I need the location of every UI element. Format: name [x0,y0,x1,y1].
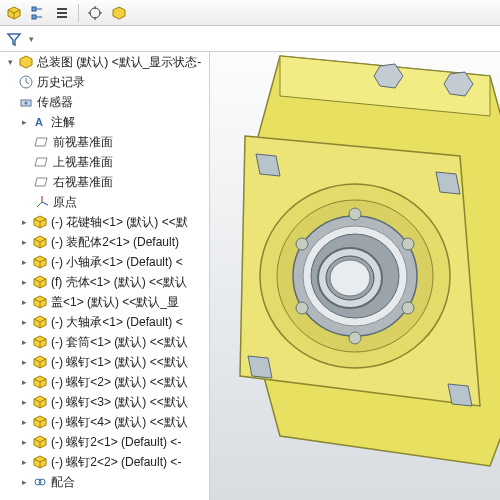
expand-icon[interactable]: ▸ [18,356,30,368]
plane-top-label: 上视基准面 [53,154,113,171]
svg-marker-48 [35,178,47,186]
annotations-node[interactable]: ▸ A 注解 [0,112,209,132]
svg-marker-2 [240,136,480,406]
part-icon [32,314,48,330]
part-icon [32,374,48,390]
part-label: (-) 螺钉2<1> (Default) <- [51,434,181,451]
feature-tree[interactable]: ▾ 总装图 (默认) <默认_显示状态- 历史记录 传感器 ▸ A 注解 前视基… [0,52,210,500]
config-icon[interactable] [109,3,129,23]
svg-marker-5 [248,356,272,378]
svg-marker-46 [35,138,47,146]
expand-icon[interactable]: ▸ [18,236,30,248]
part-node[interactable]: ▸盖<1> (默认) <<默认_显 [0,292,209,312]
part-icon [32,354,48,370]
part-node[interactable]: ▸(-) 花键轴<1> (默认) <<默 [0,212,209,232]
collapse-icon[interactable]: ▾ [4,56,16,68]
sensors-node[interactable]: 传感器 [0,92,209,112]
expand-icon[interactable]: ▸ [18,416,30,428]
part-node[interactable]: ▸(-) 螺钉<1> (默认) <<默认 [0,352,209,372]
part-icon [32,234,48,250]
expand-icon[interactable]: ▸ [18,456,30,468]
plane-front-label: 前视基准面 [53,134,113,151]
annotations-label: 注解 [51,114,75,131]
part-node[interactable]: ▸(-) 螺钉2<2> (Default) <- [0,452,209,472]
filter-dropdown[interactable]: ▾ [25,33,37,45]
plane-icon [34,154,50,170]
svg-point-12 [303,226,407,326]
svg-point-105 [39,479,45,485]
sensors-label: 传感器 [37,94,73,111]
part-node[interactable]: ▸(-) 螺钉2<1> (Default) <- [0,432,209,452]
part-icon [32,454,48,470]
part-node[interactable]: ▸(f) 壳体<1> (默认) <<默认 [0,272,209,292]
cube-icon[interactable] [4,3,24,23]
target-icon[interactable] [85,3,105,23]
svg-point-16 [330,260,370,296]
part-node[interactable]: ▸(-) 套筒<1> (默认) <<默认 [0,332,209,352]
expand-icon[interactable]: ▸ [18,316,30,328]
svg-marker-6 [448,384,472,406]
plane-icon [34,174,50,190]
expand-icon[interactable]: ▸ [18,296,30,308]
history-icon [18,74,34,90]
part-node[interactable]: ▸(-) 螺钉<2> (默认) <<默认 [0,372,209,392]
part-icon [32,254,48,270]
svg-line-51 [42,202,48,205]
list-icon[interactable] [52,3,72,23]
part-label: (-) 螺钉<2> (默认) <<默认 [51,374,188,391]
origin-label: 原点 [53,194,77,211]
part-label: (-) 螺钉<4> (默认) <<默认 [51,414,188,431]
part-icon [32,294,48,310]
part-label: (-) 大轴承<1> (Default) < [51,314,183,331]
part-icon [32,414,48,430]
part-label: (-) 螺钉<1> (默认) <<默认 [51,354,188,371]
part-label: (f) 壳体<1> (默认) <<默认 [51,274,187,291]
svg-point-22 [296,238,308,250]
part-label: 盖<1> (默认) <<默认_显 [51,294,179,311]
funnel-icon[interactable] [6,31,22,47]
part-node[interactable]: ▸(-) 螺钉<3> (默认) <<默认 [0,392,209,412]
origin-node[interactable]: 原点 [0,192,209,212]
filter-row: ▾ [0,26,500,52]
expand-icon[interactable]: ▸ [18,276,30,288]
svg-line-49 [37,202,42,207]
expand-icon[interactable]: ▸ [18,336,30,348]
tree-root[interactable]: ▾ 总装图 (默认) <默认_显示状态- [0,52,209,72]
plane-right-label: 右视基准面 [53,174,113,191]
expand-icon[interactable]: ▸ [18,476,30,488]
part-node[interactable]: ▸(-) 装配体2<1> (Default) [0,232,209,252]
plane-right[interactable]: 右视基准面 [0,172,209,192]
part-label: (-) 螺钉2<2> (Default) <- [51,454,181,471]
sensor-icon [18,94,34,110]
expand-icon[interactable]: ▸ [18,216,30,228]
mates-node[interactable]: ▸ 配合 [0,472,209,492]
tree-icon[interactable] [28,3,48,23]
svg-point-13 [311,234,399,318]
svg-marker-41 [20,56,32,68]
part-icon [32,214,48,230]
expand-icon[interactable]: ▸ [18,396,30,408]
panel-toolbar [0,0,500,26]
history-node[interactable]: 历史记录 [0,72,209,92]
svg-marker-4 [436,172,460,194]
expand-icon[interactable]: ▸ [18,116,30,128]
assembly-icon [18,54,34,70]
part-node[interactable]: ▸(-) 小轴承<1> (Default) < [0,252,209,272]
plane-top[interactable]: 上视基准面 [0,152,209,172]
expand-icon[interactable]: ▸ [18,256,30,268]
part-node[interactable]: ▸(-) 大轴承<1> (Default) < [0,312,209,332]
svg-marker-39 [113,7,125,19]
svg-point-17 [349,208,361,220]
part-node[interactable]: ▸(-) 螺钉<4> (默认) <<默认 [0,412,209,432]
plane-icon [34,134,50,150]
part-label: (-) 小轴承<1> (Default) < [51,254,183,271]
plane-front[interactable]: 前视基准面 [0,132,209,152]
svg-point-44 [25,102,28,105]
part-label: (-) 装配体2<1> (Default) [51,234,179,251]
part-label: (-) 螺钉<3> (默认) <<默认 [51,394,188,411]
svg-rect-28 [32,15,36,19]
expand-icon[interactable]: ▸ [18,436,30,448]
svg-marker-8 [444,72,473,96]
expand-icon[interactable]: ▸ [18,376,30,388]
svg-point-10 [277,200,433,352]
